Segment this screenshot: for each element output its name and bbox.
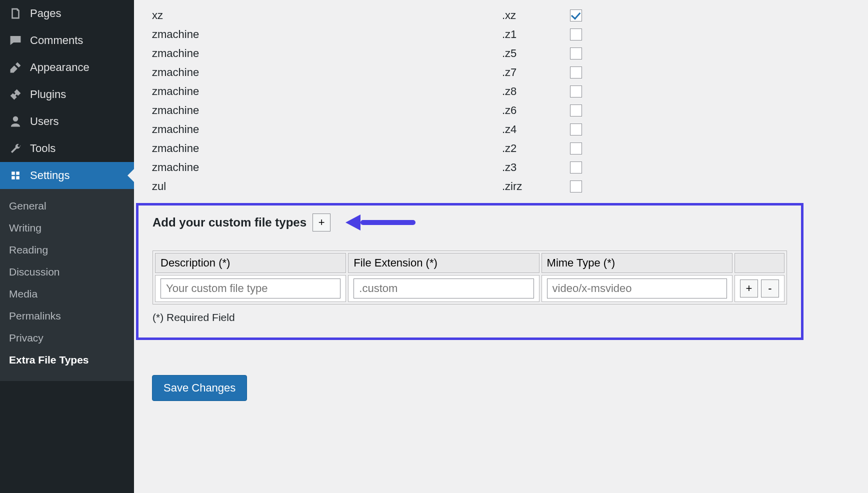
file-type-row: zmachine.z4 (152, 120, 868, 139)
file-type-checkbox[interactable] (570, 162, 582, 174)
submenu-item-writing[interactable]: Writing (0, 217, 134, 239)
annotation-arrow (346, 218, 416, 228)
file-type-row: zmachine.z6 (152, 101, 868, 120)
submenu-item-permalinks[interactable]: Permalinks (0, 305, 134, 327)
save-changes-button[interactable]: Save Changes (152, 375, 247, 401)
file-type-extension: .z7 (502, 66, 566, 79)
submenu-item-discussion[interactable]: Discussion (0, 261, 134, 283)
file-type-extension: .zirz (502, 180, 566, 193)
sidebar-item-label: Pages (30, 7, 61, 20)
custom-file-types-table: Description (*) File Extension (*) Mime … (152, 250, 787, 304)
extension-input[interactable] (354, 278, 534, 298)
file-type-row: zmachine.z1 (152, 25, 868, 44)
file-type-checkbox[interactable] (570, 66, 582, 78)
main-content: xz.xzzmachine.z1zmachine.z5zmachine.z7zm… (134, 0, 868, 493)
file-type-checkbox[interactable] (570, 48, 582, 60)
sidebar-item-label: Comments (30, 34, 83, 47)
sidebar-item-users[interactable]: Users (0, 108, 134, 135)
file-type-name: zmachine (152, 47, 502, 60)
custom-file-types-section: Add your custom file types + Description… (136, 203, 804, 340)
file-type-extension: .xz (502, 9, 566, 22)
file-type-checkbox[interactable] (570, 86, 582, 98)
file-type-checkbox[interactable] (570, 104, 582, 116)
file-type-name: zmachine (152, 123, 502, 136)
sidebar-item-label: Users (30, 115, 58, 128)
file-type-extension: .z6 (502, 104, 566, 117)
file-type-name: zmachine (152, 66, 502, 79)
file-type-extension: .z2 (502, 142, 566, 155)
file-type-row: zul.zirz (152, 177, 868, 196)
file-type-row: zmachine.z3 (152, 158, 868, 177)
submenu-item-extra-file-types[interactable]: Extra File Types (0, 349, 134, 371)
th-description: Description (*) (155, 253, 346, 273)
file-type-name: zmachine (152, 104, 502, 117)
sidebar-item-plugins[interactable]: Plugins (0, 81, 134, 108)
sidebar-item-label: Settings (30, 169, 70, 182)
file-type-name: zmachine (152, 28, 502, 41)
file-type-extension: .z5 (502, 47, 566, 60)
file-type-extension: .z3 (502, 161, 566, 174)
file-type-name: zmachine (152, 142, 502, 155)
file-type-checkbox[interactable] (570, 10, 582, 22)
file-type-checkbox[interactable] (570, 142, 582, 154)
settings-icon (9, 169, 27, 182)
add-row-button[interactable]: + (740, 280, 758, 298)
sidebar-item-settings[interactable]: Settings (0, 162, 134, 189)
file-type-extension: .z4 (502, 123, 566, 136)
table-row: + - (155, 275, 784, 302)
sidebar-item-appearance[interactable]: Appearance (0, 54, 134, 81)
file-type-row: zmachine.z8 (152, 82, 868, 101)
table-header-row: Description (*) File Extension (*) Mime … (155, 253, 784, 273)
file-type-checkbox[interactable] (570, 124, 582, 136)
file-type-row: zmachine.z2 (152, 139, 868, 158)
file-type-extension: .z1 (502, 28, 566, 41)
admin-sidebar: Pages Comments Appearance Plugins (0, 0, 134, 493)
file-type-row: xz.xz (152, 6, 868, 25)
sidebar-item-tools[interactable]: Tools (0, 135, 134, 162)
settings-submenu: General Writing Reading Discussion Media… (0, 189, 134, 381)
sidebar-item-label: Appearance (30, 61, 90, 74)
submenu-item-privacy[interactable]: Privacy (0, 327, 134, 349)
sidebar-item-label: Tools (30, 142, 56, 155)
sidebar-item-pages[interactable]: Pages (0, 0, 134, 27)
file-type-name: zul (152, 180, 502, 193)
file-type-extension: .z8 (502, 85, 566, 98)
th-mime: Mime Type (*) (542, 253, 732, 273)
add-row-button-top[interactable]: + (312, 214, 330, 232)
file-type-checkbox[interactable] (570, 180, 582, 192)
file-type-row: zmachine.z5 (152, 44, 868, 63)
tools-icon (9, 142, 27, 155)
remove-row-button[interactable]: - (761, 280, 779, 298)
file-type-name: zmachine (152, 85, 502, 98)
pages-icon (9, 7, 27, 20)
submenu-item-general[interactable]: General (0, 195, 134, 217)
plugins-icon (9, 88, 27, 101)
file-type-row: zmachine.z7 (152, 63, 868, 82)
comments-icon (9, 34, 27, 47)
file-type-name: zmachine (152, 161, 502, 174)
appearance-icon (9, 61, 27, 74)
th-extension: File Extension (*) (348, 253, 539, 273)
sidebar-item-label: Plugins (30, 88, 66, 101)
required-field-note: (*) Required Field (152, 312, 787, 324)
submenu-item-media[interactable]: Media (0, 283, 134, 305)
users-icon (9, 115, 27, 128)
file-types-list: xz.xzzmachine.z1zmachine.z5zmachine.z7zm… (134, 0, 868, 196)
description-input[interactable] (160, 278, 340, 298)
custom-section-heading: Add your custom file types (152, 216, 306, 230)
submenu-item-reading[interactable]: Reading (0, 239, 134, 261)
sidebar-item-comments[interactable]: Comments (0, 27, 134, 54)
file-type-name: xz (152, 9, 502, 22)
mime-input[interactable] (547, 278, 727, 298)
file-type-checkbox[interactable] (570, 28, 582, 40)
th-actions (734, 253, 784, 273)
